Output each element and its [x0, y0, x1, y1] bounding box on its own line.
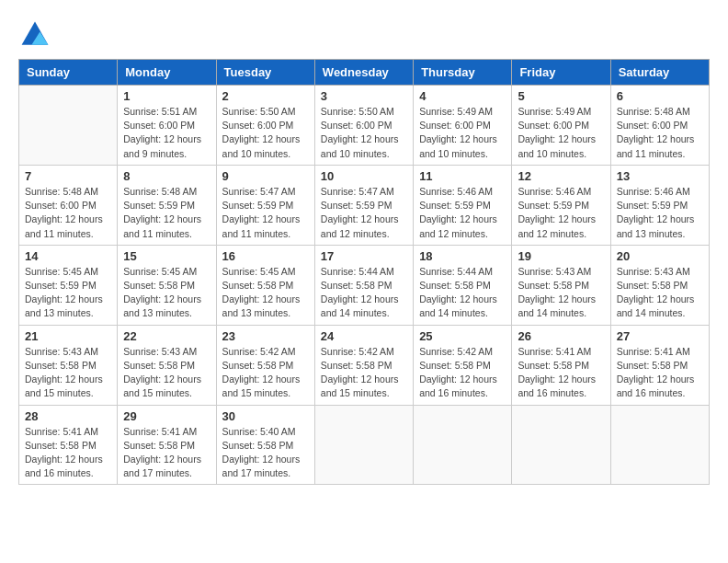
day-number: 13 — [617, 169, 703, 183]
day-number: 18 — [419, 249, 506, 263]
calendar-day-cell — [610, 405, 709, 485]
sunset-label: Sunset: 5:58 PM — [123, 360, 195, 371]
day-info: Sunrise: 5:44 AMSunset: 5:58 PMDaylight:… — [419, 265, 506, 321]
day-number: 17 — [321, 249, 407, 263]
day-info: Sunrise: 5:42 AMSunset: 5:58 PMDaylight:… — [419, 345, 506, 401]
sunrise-label: Sunrise: 5:47 AM — [222, 186, 296, 197]
day-info: Sunrise: 5:41 AMSunset: 5:58 PMDaylight:… — [123, 425, 210, 481]
sunset-label: Sunset: 5:58 PM — [25, 440, 97, 451]
sunrise-label: Sunrise: 5:41 AM — [518, 346, 591, 357]
column-header-thursday: Thursday — [414, 60, 512, 86]
sunset-label: Sunset: 6:00 PM — [617, 120, 688, 131]
sunrise-label: Sunrise: 5:50 AM — [321, 106, 394, 117]
sunset-label: Sunset: 5:59 PM — [123, 200, 195, 211]
daylight-label: Daylight: 12 hours and 15 minutes. — [222, 373, 301, 398]
day-number: 26 — [518, 329, 604, 343]
day-info: Sunrise: 5:45 AMSunset: 5:58 PMDaylight:… — [222, 265, 309, 321]
calendar-day-cell: 23Sunrise: 5:42 AMSunset: 5:58 PMDayligh… — [216, 325, 314, 405]
sunrise-label: Sunrise: 5:45 AM — [25, 266, 98, 277]
calendar-day-cell: 24Sunrise: 5:42 AMSunset: 5:58 PMDayligh… — [314, 325, 413, 405]
daylight-label: Daylight: 12 hours and 11 minutes. — [25, 213, 103, 238]
day-info: Sunrise: 5:47 AMSunset: 5:59 PMDaylight:… — [222, 185, 309, 241]
column-header-saturday: Saturday — [610, 60, 709, 86]
day-number: 9 — [222, 169, 309, 183]
sunrise-label: Sunrise: 5:40 AM — [222, 426, 296, 437]
day-info: Sunrise: 5:41 AMSunset: 5:58 PMDaylight:… — [617, 345, 703, 401]
sunset-label: Sunset: 5:58 PM — [123, 280, 195, 291]
day-number: 5 — [518, 89, 604, 103]
day-info: Sunrise: 5:50 AMSunset: 6:00 PMDaylight:… — [321, 105, 407, 161]
sunset-label: Sunset: 6:00 PM — [222, 120, 294, 131]
day-info: Sunrise: 5:45 AMSunset: 5:58 PMDaylight:… — [123, 265, 210, 321]
calendar-day-cell: 25Sunrise: 5:42 AMSunset: 5:58 PMDayligh… — [414, 325, 512, 405]
calendar-day-cell: 8Sunrise: 5:48 AMSunset: 5:59 PMDaylight… — [118, 165, 216, 245]
day-info: Sunrise: 5:42 AMSunset: 5:58 PMDaylight:… — [222, 345, 309, 401]
day-number: 3 — [321, 89, 407, 103]
day-number: 23 — [222, 329, 309, 343]
day-number: 19 — [518, 249, 604, 263]
day-number: 8 — [123, 169, 210, 183]
daylight-label: Daylight: 12 hours and 14 minutes. — [321, 293, 399, 318]
column-header-friday: Friday — [512, 60, 610, 86]
day-info: Sunrise: 5:43 AMSunset: 5:58 PMDaylight:… — [518, 265, 604, 321]
page-header — [18, 18, 710, 52]
day-info: Sunrise: 5:46 AMSunset: 5:59 PMDaylight:… — [617, 185, 703, 241]
calendar-week-row: 28Sunrise: 5:41 AMSunset: 5:58 PMDayligh… — [19, 405, 710, 485]
day-number: 4 — [419, 89, 506, 103]
day-info: Sunrise: 5:49 AMSunset: 6:00 PMDaylight:… — [419, 105, 506, 161]
sunset-label: Sunset: 6:00 PM — [518, 120, 589, 131]
calendar-day-cell: 26Sunrise: 5:41 AMSunset: 5:58 PMDayligh… — [512, 325, 610, 405]
logo-icon — [18, 18, 51, 52]
sunset-label: Sunset: 5:58 PM — [518, 360, 589, 371]
day-info: Sunrise: 5:49 AMSunset: 6:00 PMDaylight:… — [518, 105, 604, 161]
daylight-label: Daylight: 12 hours and 17 minutes. — [123, 454, 201, 478]
day-number: 22 — [123, 329, 210, 343]
calendar-day-cell: 2Sunrise: 5:50 AMSunset: 6:00 PMDaylight… — [216, 86, 314, 166]
day-info: Sunrise: 5:43 AMSunset: 5:58 PMDaylight:… — [25, 345, 111, 401]
sunrise-label: Sunrise: 5:50 AM — [222, 106, 296, 117]
calendar-day-cell — [314, 405, 413, 485]
day-number: 29 — [123, 409, 210, 423]
sunrise-label: Sunrise: 5:49 AM — [419, 106, 493, 117]
sunrise-label: Sunrise: 5:46 AM — [617, 186, 690, 197]
calendar-day-cell: 28Sunrise: 5:41 AMSunset: 5:58 PMDayligh… — [19, 405, 118, 485]
calendar-day-cell: 15Sunrise: 5:45 AMSunset: 5:58 PMDayligh… — [118, 245, 216, 325]
day-number: 30 — [222, 409, 309, 423]
day-info: Sunrise: 5:41 AMSunset: 5:58 PMDaylight:… — [25, 425, 111, 481]
sunset-label: Sunset: 6:00 PM — [123, 120, 195, 131]
day-info: Sunrise: 5:47 AMSunset: 5:59 PMDaylight:… — [321, 185, 407, 241]
sunrise-label: Sunrise: 5:44 AM — [321, 266, 394, 277]
calendar-day-cell: 11Sunrise: 5:46 AMSunset: 5:59 PMDayligh… — [414, 165, 512, 245]
day-number: 10 — [321, 169, 407, 183]
day-info: Sunrise: 5:44 AMSunset: 5:58 PMDaylight:… — [321, 265, 407, 321]
sunset-label: Sunset: 5:58 PM — [222, 440, 294, 451]
daylight-label: Daylight: 12 hours and 15 minutes. — [321, 373, 399, 398]
day-info: Sunrise: 5:46 AMSunset: 5:59 PMDaylight:… — [419, 185, 506, 241]
sunrise-label: Sunrise: 5:41 AM — [123, 426, 197, 437]
calendar-day-cell: 3Sunrise: 5:50 AMSunset: 6:00 PMDaylight… — [314, 86, 413, 166]
day-number: 28 — [25, 409, 111, 423]
day-info: Sunrise: 5:48 AMSunset: 6:00 PMDaylight:… — [25, 185, 111, 241]
daylight-label: Daylight: 12 hours and 10 minutes. — [321, 133, 399, 158]
sunrise-label: Sunrise: 5:43 AM — [518, 266, 591, 277]
column-header-wednesday: Wednesday — [314, 60, 413, 86]
daylight-label: Daylight: 12 hours and 13 minutes. — [25, 293, 103, 318]
sunrise-label: Sunrise: 5:42 AM — [321, 346, 394, 357]
sunrise-label: Sunrise: 5:46 AM — [518, 186, 591, 197]
daylight-label: Daylight: 12 hours and 10 minutes. — [222, 133, 301, 158]
day-number: 16 — [222, 249, 309, 263]
sunset-label: Sunset: 5:59 PM — [321, 200, 392, 211]
calendar-day-cell: 12Sunrise: 5:46 AMSunset: 5:59 PMDayligh… — [512, 165, 610, 245]
sunset-label: Sunset: 5:58 PM — [222, 360, 294, 371]
sunset-label: Sunset: 5:58 PM — [321, 360, 392, 371]
column-header-tuesday: Tuesday — [216, 60, 314, 86]
day-number: 12 — [518, 169, 604, 183]
daylight-label: Daylight: 12 hours and 13 minutes. — [617, 213, 695, 238]
sunset-label: Sunset: 5:59 PM — [25, 280, 97, 291]
calendar-day-cell: 22Sunrise: 5:43 AMSunset: 5:58 PMDayligh… — [118, 325, 216, 405]
day-info: Sunrise: 5:40 AMSunset: 5:58 PMDaylight:… — [222, 425, 309, 481]
calendar-week-row: 21Sunrise: 5:43 AMSunset: 5:58 PMDayligh… — [19, 325, 710, 405]
sunrise-label: Sunrise: 5:42 AM — [222, 346, 296, 357]
calendar-day-cell: 4Sunrise: 5:49 AMSunset: 6:00 PMDaylight… — [414, 86, 512, 166]
day-number: 15 — [123, 249, 210, 263]
